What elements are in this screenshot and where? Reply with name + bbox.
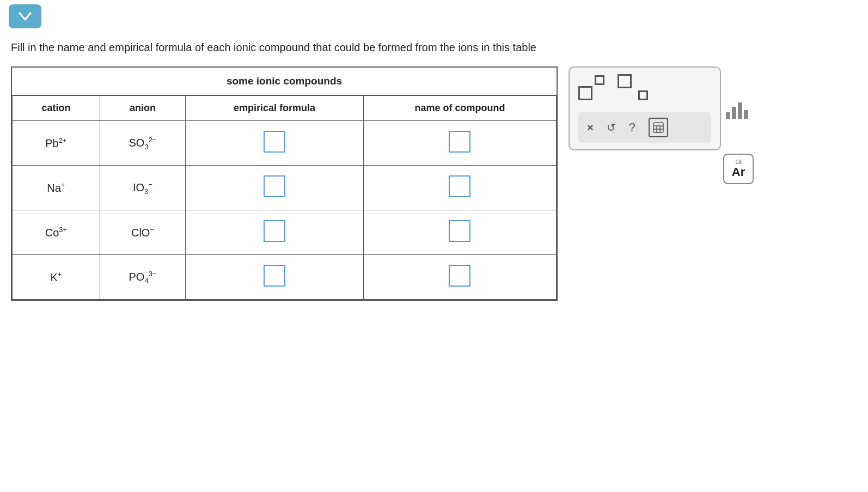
name-input-4[interactable] <box>449 265 470 287</box>
empirical-formula-input-4[interactable] <box>264 265 285 287</box>
empirical-formula-cell-2 <box>186 166 364 210</box>
empirical-formula-input-2[interactable] <box>264 175 285 197</box>
icon-toolbar: × ↺ ? <box>569 66 721 150</box>
table-row: Pb2+ SO32− <box>13 121 557 166</box>
chevron-down-button[interactable] <box>9 4 41 28</box>
cation-pb: Pb2+ <box>13 121 100 166</box>
ar-number: 18 <box>735 159 742 165</box>
name-cell-3 <box>363 210 556 255</box>
anion-io3: IO3− <box>100 166 185 210</box>
calculator-icon[interactable] <box>649 118 668 137</box>
anion-po4-sub: 4 <box>144 276 148 284</box>
ar-symbol: Ar <box>732 165 745 179</box>
cation-k-sup: + <box>58 270 62 278</box>
empirical-formula-input-3[interactable] <box>264 220 285 242</box>
anion-so3-sub: 3 <box>144 142 148 150</box>
superscript-icon[interactable] <box>578 74 604 100</box>
cation-pb-sup: 2+ <box>59 136 67 144</box>
empirical-formula-input-1[interactable] <box>264 131 285 153</box>
cation-co-sup: 3+ <box>59 226 67 234</box>
anion-io3-sup: − <box>148 180 152 189</box>
top-bar <box>0 0 868 33</box>
name-input-2[interactable] <box>449 175 470 197</box>
table-header-row: cation anion empirical formula name of c… <box>13 95 557 121</box>
name-cell-1 <box>363 121 556 166</box>
cation-co: Co3+ <box>13 210 100 255</box>
anion-so3: SO32− <box>100 121 185 166</box>
header-cation: cation <box>13 95 100 121</box>
cation-k: K+ <box>13 255 100 300</box>
name-input-1[interactable] <box>449 131 470 153</box>
main-content: some ionic compounds cation anion empiri… <box>0 66 868 301</box>
header-name-of-compound: name of compound <box>363 95 556 121</box>
instruction-text: Fill in the name and empirical formula o… <box>0 33 868 66</box>
clear-button[interactable]: × <box>587 122 594 134</box>
anion-clo: ClO− <box>100 210 185 255</box>
table-row: K+ PO43− <box>13 255 557 300</box>
name-input-3[interactable] <box>449 220 470 242</box>
anion-po4: PO43− <box>100 255 185 300</box>
bar-chart-area <box>726 99 748 122</box>
name-cell-4 <box>363 255 556 300</box>
empirical-formula-cell-4 <box>186 255 364 300</box>
header-anion: anion <box>100 95 185 121</box>
table-title: some ionic compounds <box>13 68 557 95</box>
table-title-row: some ionic compounds <box>13 68 557 95</box>
anion-clo-sup: − <box>150 226 154 234</box>
right-panel: × ↺ ? <box>569 66 721 175</box>
bar-chart-icon[interactable] <box>726 99 748 119</box>
ionic-compounds-table: some ionic compounds cation anion empiri… <box>11 66 558 301</box>
cation-na: Na+ <box>13 166 100 210</box>
undo-button[interactable]: ↺ <box>607 121 616 134</box>
empirical-formula-cell-3 <box>186 210 364 255</box>
icon-row-bottom: × ↺ ? <box>578 112 711 143</box>
cation-na-sup: + <box>61 181 65 189</box>
ar-element-button[interactable]: 18 Ar <box>723 154 754 184</box>
subscript-icon[interactable] <box>618 74 648 100</box>
name-cell-2 <box>363 166 556 210</box>
icon-row-top <box>578 74 711 106</box>
anion-po4-sup: 3− <box>149 270 157 278</box>
help-button[interactable]: ? <box>629 120 635 135</box>
header-empirical-formula: empirical formula <box>186 95 364 121</box>
empirical-formula-cell-1 <box>186 121 364 166</box>
svg-rect-0 <box>653 123 663 132</box>
table-row: Co3+ ClO− <box>13 210 557 255</box>
table-row: Na+ IO3− <box>13 166 557 210</box>
anion-so3-sup: 2− <box>149 136 157 144</box>
